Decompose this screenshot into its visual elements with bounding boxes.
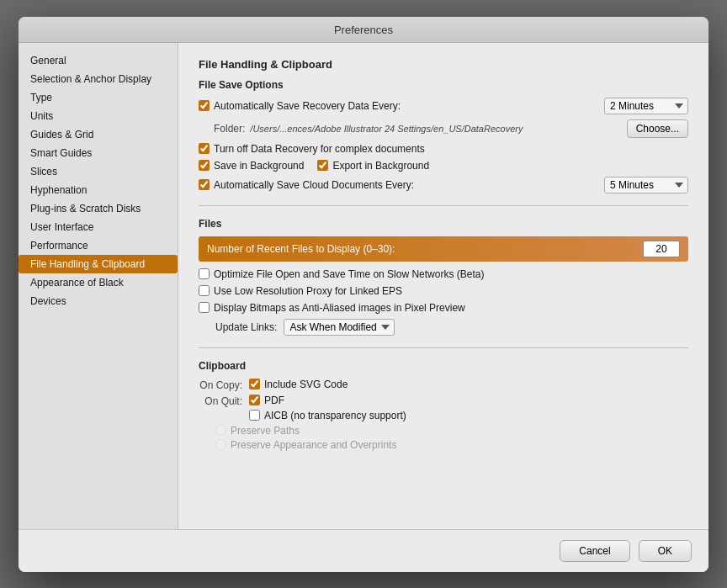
clipboard-title: Clipboard [199,360,688,372]
sidebar-item-file-handling[interactable]: File Handling & Clipboard [19,255,178,273]
aicb-checkbox[interactable] [249,410,260,421]
file-save-section: File Save Options Automatically Save Rec… [199,79,688,193]
preserve-appearance-radio[interactable] [215,439,226,450]
preserve-appearance-row: Preserve Appearance and Overprints [215,439,688,451]
bg-options-row: Save in Background Export in Background [199,160,688,172]
low-res-label[interactable]: Use Low Resolution Proxy for Linked EPS [199,285,402,297]
auto-cloud-label: Automatically Save Cloud Documents Every… [214,179,414,191]
on-copy-label: On Copy: [199,379,242,391]
preferences-dialog: Preferences GeneralSelection & Anchor Di… [19,17,708,572]
on-copy-row: On Copy: Include SVG Code [199,379,688,391]
auto-save-left: Automatically Save Recovery Data Every: [199,100,401,112]
on-copy-options: Include SVG Code [249,379,348,390]
auto-cloud-interval-select[interactable]: 5 Minutes 2 Minutes 10 Minutes 15 Minute… [604,177,688,193]
display-bitmaps-row: Display Bitmaps as Anti-Aliased images i… [199,302,688,314]
display-bitmaps-label[interactable]: Display Bitmaps as Anti-Aliased images i… [199,302,465,314]
auto-cloud-left: Automatically Save Cloud Documents Every… [199,179,414,191]
display-bitmaps-checkbox[interactable] [199,302,210,313]
preserve-paths-label: Preserve Paths [231,425,300,437]
update-links-select[interactable]: Ask When Modified Automatically Manually [284,319,395,336]
optimize-label[interactable]: Optimize File Open and Save Time on Slow… [199,268,484,280]
sidebar-item-user-interface[interactable]: User Interface [19,218,178,236]
divider-2 [199,347,688,348]
recent-files-row: Number of Recent Files to Display (0–30)… [199,236,688,262]
turn-off-row: Turn off Data Recovery for complex docum… [199,143,688,155]
include-svg-checkbox[interactable] [249,379,260,389]
sidebar-item-guides-grid[interactable]: Guides & Grid [19,125,178,144]
low-res-checkbox[interactable] [199,285,210,296]
preserve-appearance-label: Preserve Appearance and Overprints [231,439,396,451]
ok-button[interactable]: OK [639,540,692,562]
auto-cloud-checkbox[interactable] [199,179,210,190]
sidebar-item-selection-anchor[interactable]: Selection & Anchor Display [19,70,178,88]
sidebar-item-plugins-scratch[interactable]: Plug-ins & Scratch Disks [19,199,178,218]
title-bar: Preferences [19,17,708,43]
aicb-label[interactable]: AICB (no transparency support) [249,410,406,421]
turn-off-checkbox[interactable] [199,143,210,154]
dialog-body: GeneralSelection & Anchor DisplayTypeUni… [19,43,708,529]
folder-label: Folder: [214,123,245,135]
sidebar: GeneralSelection & Anchor DisplayTypeUni… [19,43,178,529]
auto-save-right: 2 Minutes 1 Minute 5 Minutes 10 Minutes … [604,98,688,114]
folder-path: /Users/...ences/Adobe Illustrator 24 Set… [250,124,621,134]
main-section-title: File Handling & Clipboard [199,58,688,71]
on-quit-label: On Quit: [199,395,242,407]
sidebar-item-type[interactable]: Type [19,88,178,107]
recent-files-label: Number of Recent Files to Display (0–30)… [207,243,636,255]
auto-save-label: Automatically Save Recovery Data Every: [214,100,401,112]
optimize-row: Optimize File Open and Save Time on Slow… [199,268,688,280]
turn-off-label[interactable]: Turn off Data Recovery for complex docum… [199,143,425,155]
main-content: File Handling & Clipboard File Save Opti… [178,43,708,529]
export-bg-checkbox[interactable] [317,160,328,171]
cancel-button[interactable]: Cancel [560,540,629,562]
folder-row: Folder: /Users/...ences/Adobe Illustrato… [214,119,688,138]
sidebar-item-smart-guides[interactable]: Smart Guides [19,144,178,162]
files-section: Files Number of Recent Files to Display … [199,218,688,336]
export-bg-label[interactable]: Export in Background [317,160,429,172]
sidebar-item-appearance-black[interactable]: Appearance of Black [19,273,178,292]
footer: Cancel OK [19,529,708,572]
low-res-row: Use Low Resolution Proxy for Linked EPS [199,285,688,297]
update-links-label: Update Links: [215,321,277,333]
file-save-title: File Save Options [199,79,688,91]
auto-save-checkbox[interactable] [199,100,210,111]
save-bg-label[interactable]: Save in Background [199,160,304,172]
pdf-checkbox[interactable] [249,395,260,405]
clipboard-section: Clipboard On Copy: Include SVG Code On Q… [199,360,688,451]
auto-save-row: Automatically Save Recovery Data Every: … [199,98,688,114]
sidebar-item-devices[interactable]: Devices [19,292,178,310]
auto-cloud-row: Automatically Save Cloud Documents Every… [199,177,688,193]
dialog-title: Preferences [334,24,393,36]
files-title: Files [199,218,688,230]
preserve-paths-row: Preserve Paths [215,425,688,437]
optimize-checkbox[interactable] [199,268,210,279]
preserve-paths-radio[interactable] [215,425,226,436]
include-svg-label[interactable]: Include SVG Code [249,379,348,390]
sidebar-item-slices[interactable]: Slices [19,162,178,181]
update-links-row: Update Links: Ask When Modified Automati… [215,319,688,336]
auto-save-interval-select[interactable]: 2 Minutes 1 Minute 5 Minutes 10 Minutes … [604,98,688,114]
save-bg-checkbox[interactable] [199,160,210,171]
on-quit-row: On Quit: PDF AICB (no transparency suppo… [199,395,688,421]
sidebar-item-units[interactable]: Units [19,107,178,125]
auto-cloud-right: 5 Minutes 2 Minutes 10 Minutes 15 Minute… [604,177,688,193]
divider-1 [199,205,688,206]
on-quit-options: PDF AICB (no transparency support) [249,395,406,421]
sidebar-item-general[interactable]: General [19,51,178,70]
recent-files-input[interactable] [643,241,680,257]
choose-button[interactable]: Choose... [627,119,688,138]
sidebar-item-hyphenation[interactable]: Hyphenation [19,181,178,199]
pdf-label[interactable]: PDF [249,395,406,406]
sidebar-item-performance[interactable]: Performance [19,236,178,255]
